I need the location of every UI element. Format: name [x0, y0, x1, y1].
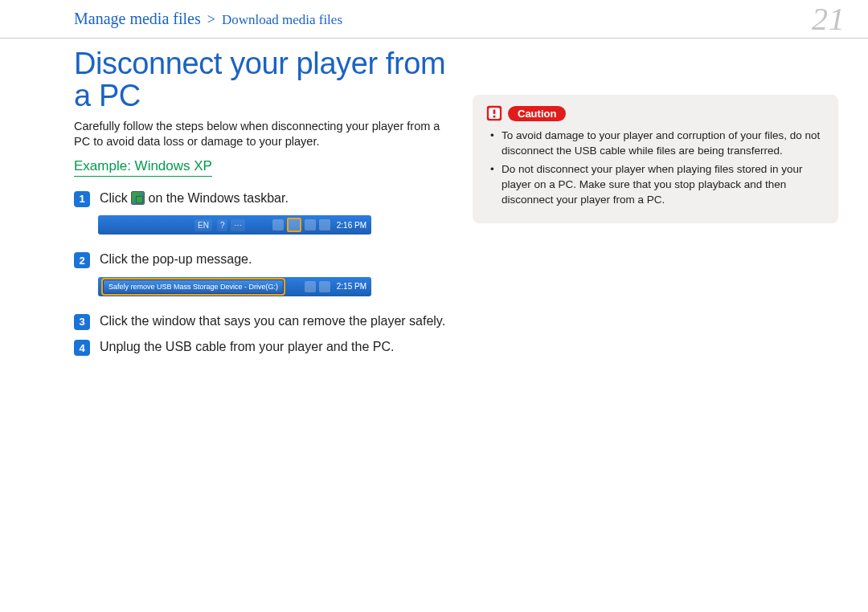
step-3: 3 Click the window that says you can rem…	[74, 312, 452, 330]
step-1-post: on the Windows taskbar.	[145, 191, 289, 205]
taskbar-screenshot-2: Safely remove USB Mass Storage Device - …	[98, 277, 371, 296]
tray-icon	[305, 219, 316, 231]
step-text: Click the window that says you can remov…	[100, 312, 445, 330]
safely-remove-tray-icon	[287, 218, 301, 232]
taskbar-clock: 2:16 PM	[337, 221, 366, 230]
step-2: 2 Click the pop-up message.	[74, 251, 452, 268]
taskbar-screenshot-1: EN ? ⋯ 2:16 PM	[98, 215, 371, 235]
breadcrumb: Manage media files > Download media file…	[74, 10, 342, 28]
svg-rect-2	[493, 109, 496, 114]
system-tray: 2:16 PM	[272, 218, 371, 232]
top-bar: Manage media files > Download media file…	[0, 0, 868, 39]
page-title: Disconnect your player from a PC	[74, 48, 452, 112]
step-1-pre: Click	[100, 191, 131, 205]
taskbar-item-icon: ⋯	[231, 219, 245, 231]
system-tray: 2:15 PM	[305, 281, 371, 292]
tray-icon	[305, 281, 316, 292]
breadcrumb-main: Manage media files	[74, 10, 201, 28]
breadcrumb-sub: Download media files	[222, 12, 342, 28]
caution-item: To avoid damage to your player and corru…	[490, 129, 825, 159]
step-number-badge: 1	[74, 191, 90, 207]
taskbar-clock: 2:15 PM	[337, 282, 366, 291]
example-label: Example: Windows XP	[74, 158, 212, 177]
caution-list: To avoid damage to your player and corru…	[485, 129, 825, 207]
caution-label: Caution	[508, 106, 566, 121]
taskbar-help-icon: ?	[217, 219, 228, 231]
taskbar-language-indicator: EN	[194, 219, 212, 231]
safely-remove-popup: Safely remove USB Mass Storage Device - …	[103, 279, 284, 294]
page-number: 21	[812, 0, 845, 38]
step-number-badge: 3	[74, 314, 90, 330]
step-number-badge: 2	[74, 252, 90, 268]
intro-text: Carefully follow the steps below when di…	[74, 119, 452, 150]
warning-icon	[485, 104, 503, 122]
step-text: Click the pop-up message.	[100, 251, 252, 268]
caution-item: Do not disconnect your player when playi…	[490, 162, 825, 208]
caution-box: Caution To avoid damage to your player a…	[473, 95, 838, 223]
svg-rect-3	[493, 116, 496, 118]
step-1: 1 Click on the Windows taskbar.	[74, 190, 452, 207]
tray-icon	[319, 219, 330, 231]
safely-remove-hardware-icon	[131, 191, 145, 205]
step-text: Unplug the USB cable from your player an…	[100, 338, 394, 356]
step-4: 4 Unplug the USB cable from your player …	[74, 338, 452, 356]
tray-icon	[319, 281, 330, 292]
left-column: Disconnect your player from a PC Careful…	[74, 48, 452, 364]
breadcrumb-separator: >	[207, 11, 215, 28]
caution-header: Caution	[485, 104, 825, 122]
step-number-badge: 4	[74, 340, 90, 356]
right-column: Caution To avoid damage to your player a…	[473, 48, 844, 364]
tray-icon	[272, 219, 284, 231]
step-text: Click on the Windows taskbar.	[100, 190, 289, 207]
